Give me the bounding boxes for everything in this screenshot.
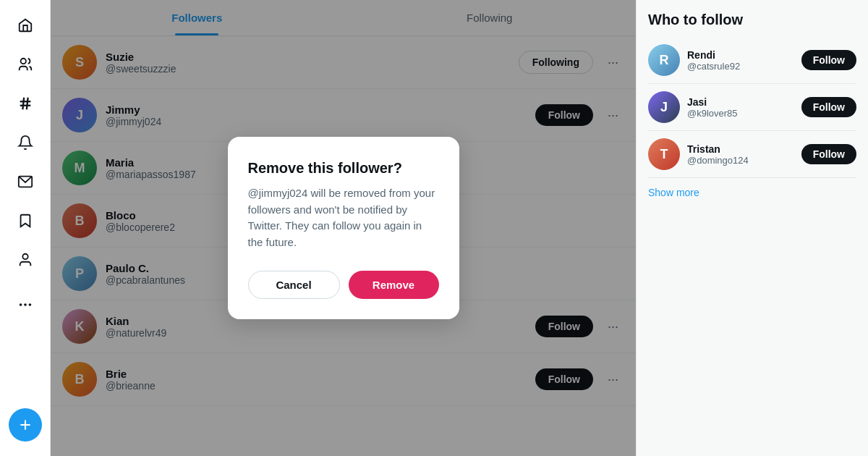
modal-title: Remove this follower? [248,160,439,177]
svg-point-0 [20,59,25,64]
avatar: R [648,44,680,76]
hashtag-icon[interactable] [9,87,42,120]
who-to-follow-item: T Tristan @domingo124 Follow [648,131,856,178]
wtf-user-handle: @catsrule92 [687,61,794,72]
wtf-user-info: Jasi @k9lover85 [687,96,794,119]
avatar: T [648,138,680,170]
profile-icon[interactable] [9,243,42,276]
wtf-user-handle: @k9lover85 [687,108,794,119]
svg-line-3 [22,98,24,110]
svg-point-8 [24,303,27,306]
remove-follower-modal: Remove this follower? @jimmyj024 will be… [228,137,459,319]
wtf-user-info: Tristan @domingo124 [687,143,794,166]
wtf-user-handle: @domingo124 [687,155,794,166]
wtf-user-name: Tristan [687,143,794,155]
modal-overlay: Remove this follower? @jimmyj024 will be… [51,0,636,456]
who-to-follow-title: Who to follow [648,12,856,28]
right-sidebar: Who to follow R Rendi @catsrule92 Follow… [637,0,868,456]
wtf-user-name: Rendi [687,49,794,61]
wtf-user-info: Rendi @catsrule92 [687,49,794,72]
svg-point-9 [28,303,31,306]
svg-point-7 [19,303,22,306]
cancel-button[interactable]: Cancel [248,271,340,299]
wtf-follow-button[interactable]: Follow [801,144,856,164]
compose-button[interactable] [9,408,42,442]
main-content: Followers Following S Suzie @sweetsuzzzi… [51,0,637,456]
bell-icon[interactable] [9,126,42,159]
bookmark-icon[interactable] [9,204,42,237]
wtf-follow-button[interactable]: Follow [801,97,856,117]
avatar: J [648,91,680,123]
wtf-user-name: Jasi [687,96,794,108]
who-to-follow-item: R Rendi @catsrule92 Follow [648,37,856,84]
mail-icon[interactable] [9,165,42,198]
wtf-follow-button[interactable]: Follow [801,50,856,70]
show-more-link[interactable]: Show more [648,178,856,207]
modal-body: @jimmyj024 will be removed from your fol… [248,185,439,250]
sidebar [0,0,51,456]
who-to-follow-item: J Jasi @k9lover85 Follow [648,84,856,131]
home-icon[interactable] [9,9,42,42]
svg-point-6 [22,254,27,259]
people-icon[interactable] [9,48,42,81]
remove-button[interactable]: Remove [349,271,439,299]
modal-actions: Cancel Remove [248,271,439,299]
svg-line-4 [26,98,27,110]
more-icon[interactable] [9,288,42,321]
